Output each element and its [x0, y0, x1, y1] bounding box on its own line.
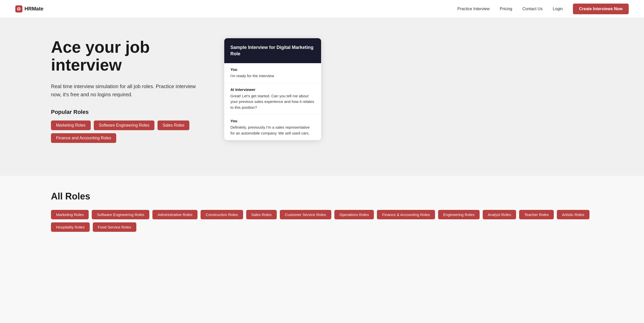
- chat-speaker-3: You: [230, 119, 315, 123]
- chat-message-1: You I'm ready for the interview: [224, 63, 321, 83]
- popular-tag-marketing[interactable]: Marketing Roles: [51, 120, 91, 130]
- nav-pricing[interactable]: Pricing: [500, 7, 512, 11]
- all-role-software-engineering[interactable]: Software Engineering Roles: [92, 210, 149, 219]
- chat-speaker-1: You: [230, 67, 315, 72]
- hero-left: Ace your job interview Real time intervi…: [51, 38, 204, 143]
- all-role-construction[interactable]: Construction Roles: [201, 210, 243, 219]
- hero-title: Ace your job interview: [51, 38, 204, 74]
- popular-tag-software-engineering[interactable]: Software Engineering Roles: [94, 120, 154, 130]
- all-role-administrative[interactable]: Administrative Roles: [152, 210, 198, 219]
- all-role-sales[interactable]: Sales Roles: [246, 210, 277, 219]
- all-roles-title: All Roles: [51, 191, 593, 202]
- all-role-finance[interactable]: Finance & Accounting Roles: [377, 210, 435, 219]
- all-role-engineering[interactable]: Engineering Roles: [438, 210, 480, 219]
- all-role-food-service[interactable]: Food Service Roles: [93, 222, 136, 232]
- nav-links: Practice Interview Pricing Contact Us Lo…: [457, 4, 629, 14]
- popular-role-tags: Marketing Roles Software Engineering Rol…: [51, 120, 204, 143]
- chat-message-3: You Definitely, previously I'm a sales r…: [224, 115, 321, 140]
- popular-tag-sales[interactable]: Sales Roles: [157, 120, 189, 130]
- all-role-artistic[interactable]: Artistic Roles: [557, 210, 589, 219]
- chat-card-header: Sample Interview for Digital Marketing R…: [224, 38, 321, 63]
- nav-login[interactable]: Login: [553, 7, 563, 11]
- all-role-operations[interactable]: Operations Roles: [334, 210, 374, 219]
- all-role-hospitality[interactable]: Hospitality Roles: [51, 222, 90, 232]
- all-roles-tags: Marketing Roles Software Engineering Rol…: [51, 210, 593, 232]
- all-role-customer-service[interactable]: Customer Service Roles: [280, 210, 331, 219]
- all-roles-section: All Roles Marketing Roles Software Engin…: [0, 176, 644, 252]
- hero-section: Ace your job interview Real time intervi…: [0, 18, 644, 176]
- hero-subtitle: Real time interview simulation for all j…: [51, 82, 204, 99]
- logo-text: HRMate: [24, 6, 43, 12]
- chat-text-2: Great! Let's get started. Can you tell m…: [230, 93, 315, 111]
- popular-roles-label: Popular Roles: [51, 109, 204, 115]
- all-role-teacher[interactable]: Teacher Roles: [519, 210, 554, 219]
- logo-icon: [15, 5, 22, 12]
- chat-text-3: Definitely, previously I'm a sales repre…: [230, 125, 315, 136]
- all-role-marketing[interactable]: Marketing Roles: [51, 210, 89, 219]
- popular-tag-finance[interactable]: Finance and Accounting Roles: [51, 133, 116, 143]
- all-role-analyst[interactable]: Analyst Roles: [483, 210, 516, 219]
- chat-message-2: AI Interviewer Great! Let's get started.…: [224, 83, 321, 115]
- chat-card: Sample Interview for Digital Marketing R…: [224, 38, 321, 140]
- svg-point-1: [18, 8, 20, 10]
- nav-practice-interview[interactable]: Practice Interview: [457, 7, 490, 11]
- chat-text-1: I'm ready for the interview: [230, 73, 315, 79]
- chat-speaker-2: AI Interviewer: [230, 87, 315, 92]
- logo[interactable]: HRMate: [15, 5, 43, 12]
- nav-contact-us[interactable]: Contact Us: [522, 7, 543, 11]
- create-interviews-button[interactable]: Create Interviews Now: [573, 4, 629, 14]
- navbar: HRMate Practice Interview Pricing Contac…: [0, 0, 644, 18]
